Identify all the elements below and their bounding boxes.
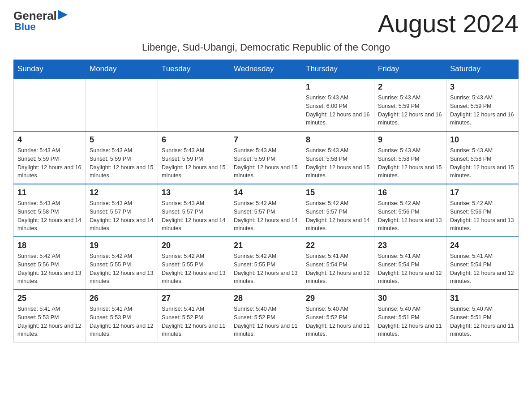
day-number: 1: [306, 82, 370, 92]
day-info: Sunrise: 5:42 AM Sunset: 5:56 PM Dayligh…: [378, 199, 442, 233]
day-number: 24: [450, 241, 515, 250]
day-info: Sunrise: 5:40 AM Sunset: 5:51 PM Dayligh…: [378, 305, 442, 338]
calendar-week-5: 25Sunrise: 5:41 AM Sunset: 5:53 PM Dayli…: [14, 290, 519, 342]
month-title: August 2024: [378, 9, 519, 38]
calendar-cell: 18Sunrise: 5:42 AM Sunset: 5:56 PM Dayli…: [14, 237, 86, 290]
day-info: Sunrise: 5:40 AM Sunset: 5:52 PM Dayligh…: [306, 305, 370, 338]
calendar-cell: [158, 78, 230, 131]
calendar-cell: 13Sunrise: 5:43 AM Sunset: 5:57 PM Dayli…: [158, 184, 230, 237]
calendar-cell: 26Sunrise: 5:41 AM Sunset: 5:53 PM Dayli…: [86, 290, 158, 342]
logo-blue: Blue: [14, 21, 68, 33]
day-info: Sunrise: 5:43 AM Sunset: 5:59 PM Dayligh…: [17, 146, 82, 180]
location-title: Libenge, Sud-Ubangi, Democratic Republic…: [13, 42, 519, 53]
calendar-cell: 10Sunrise: 5:43 AM Sunset: 5:58 PM Dayli…: [446, 131, 519, 184]
calendar-cell: [230, 78, 302, 131]
day-number: 18: [17, 241, 82, 250]
weekday-header-sunday: Sunday: [14, 60, 86, 79]
day-info: Sunrise: 5:41 AM Sunset: 5:53 PM Dayligh…: [17, 305, 82, 338]
page-header: General Blue August 2024: [13, 9, 519, 38]
calendar-cell: 5Sunrise: 5:43 AM Sunset: 5:59 PM Daylig…: [86, 131, 158, 184]
calendar-week-1: 1Sunrise: 5:43 AM Sunset: 6:00 PM Daylig…: [14, 78, 519, 131]
weekday-header-saturday: Saturday: [446, 60, 519, 79]
calendar-cell: 2Sunrise: 5:43 AM Sunset: 5:59 PM Daylig…: [374, 78, 446, 131]
day-number: 7: [234, 135, 298, 145]
weekday-header-thursday: Thursday: [302, 60, 374, 79]
day-info: Sunrise: 5:43 AM Sunset: 5:59 PM Dayligh…: [90, 146, 154, 180]
calendar-body: 1Sunrise: 5:43 AM Sunset: 6:00 PM Daylig…: [14, 78, 519, 342]
day-info: Sunrise: 5:41 AM Sunset: 5:54 PM Dayligh…: [378, 252, 442, 286]
day-info: Sunrise: 5:42 AM Sunset: 5:55 PM Dayligh…: [234, 252, 298, 286]
calendar-header-row: SundayMondayTuesdayWednesdayThursdayFrid…: [14, 60, 519, 79]
day-info: Sunrise: 5:43 AM Sunset: 5:58 PM Dayligh…: [306, 146, 370, 180]
calendar-cell: 23Sunrise: 5:41 AM Sunset: 5:54 PM Dayli…: [374, 237, 446, 290]
day-info: Sunrise: 5:43 AM Sunset: 5:59 PM Dayligh…: [378, 94, 442, 127]
weekday-header-wednesday: Wednesday: [230, 60, 302, 79]
calendar-cell: 12Sunrise: 5:43 AM Sunset: 5:57 PM Dayli…: [86, 184, 158, 237]
calendar-cell: 24Sunrise: 5:41 AM Sunset: 5:54 PM Dayli…: [446, 237, 519, 290]
weekday-header-tuesday: Tuesday: [158, 60, 230, 79]
calendar-cell: 27Sunrise: 5:41 AM Sunset: 5:52 PM Dayli…: [158, 290, 230, 342]
calendar-cell: 15Sunrise: 5:42 AM Sunset: 5:57 PM Dayli…: [302, 184, 374, 237]
calendar-cell: 28Sunrise: 5:40 AM Sunset: 5:52 PM Dayli…: [230, 290, 302, 342]
calendar-week-3: 11Sunrise: 5:43 AM Sunset: 5:58 PM Dayli…: [14, 184, 519, 237]
day-info: Sunrise: 5:43 AM Sunset: 5:59 PM Dayligh…: [234, 146, 298, 180]
calendar-cell: 31Sunrise: 5:40 AM Sunset: 5:51 PM Dayli…: [446, 290, 519, 342]
calendar-cell: 29Sunrise: 5:40 AM Sunset: 5:52 PM Dayli…: [302, 290, 374, 342]
day-info: Sunrise: 5:42 AM Sunset: 5:55 PM Dayligh…: [162, 252, 226, 286]
calendar-cell: 14Sunrise: 5:42 AM Sunset: 5:57 PM Dayli…: [230, 184, 302, 237]
day-number: 21: [234, 241, 298, 250]
calendar-cell: [14, 78, 86, 131]
day-number: 2: [378, 82, 442, 92]
weekday-header-monday: Monday: [86, 60, 158, 79]
svg-marker-0: [58, 10, 68, 20]
day-number: 28: [234, 294, 298, 303]
day-number: 6: [162, 135, 226, 145]
logo: General Blue: [13, 9, 68, 33]
calendar-cell: 6Sunrise: 5:43 AM Sunset: 5:59 PM Daylig…: [158, 131, 230, 184]
calendar-cell: 20Sunrise: 5:42 AM Sunset: 5:55 PM Dayli…: [158, 237, 230, 290]
calendar-cell: 8Sunrise: 5:43 AM Sunset: 5:58 PM Daylig…: [302, 131, 374, 184]
calendar-cell: 11Sunrise: 5:43 AM Sunset: 5:58 PM Dayli…: [14, 184, 86, 237]
calendar-table: SundayMondayTuesdayWednesdayThursdayFrid…: [13, 60, 519, 342]
day-info: Sunrise: 5:43 AM Sunset: 5:59 PM Dayligh…: [162, 146, 226, 180]
day-number: 31: [450, 294, 515, 303]
day-number: 27: [162, 294, 226, 303]
day-number: 19: [90, 241, 154, 250]
day-number: 13: [162, 188, 226, 197]
day-number: 16: [378, 188, 442, 197]
calendar-cell: 7Sunrise: 5:43 AM Sunset: 5:59 PM Daylig…: [230, 131, 302, 184]
day-info: Sunrise: 5:41 AM Sunset: 5:54 PM Dayligh…: [306, 252, 370, 286]
day-info: Sunrise: 5:43 AM Sunset: 6:00 PM Dayligh…: [306, 94, 370, 127]
day-info: Sunrise: 5:43 AM Sunset: 5:59 PM Dayligh…: [450, 94, 515, 127]
day-info: Sunrise: 5:43 AM Sunset: 5:58 PM Dayligh…: [450, 146, 515, 180]
day-info: Sunrise: 5:43 AM Sunset: 5:58 PM Dayligh…: [17, 199, 82, 233]
calendar-cell: 25Sunrise: 5:41 AM Sunset: 5:53 PM Dayli…: [14, 290, 86, 342]
calendar-cell: 16Sunrise: 5:42 AM Sunset: 5:56 PM Dayli…: [374, 184, 446, 237]
day-info: Sunrise: 5:42 AM Sunset: 5:57 PM Dayligh…: [234, 199, 298, 233]
calendar-cell: [86, 78, 158, 131]
calendar-cell: 3Sunrise: 5:43 AM Sunset: 5:59 PM Daylig…: [446, 78, 519, 131]
calendar-cell: 22Sunrise: 5:41 AM Sunset: 5:54 PM Dayli…: [302, 237, 374, 290]
day-info: Sunrise: 5:43 AM Sunset: 5:57 PM Dayligh…: [162, 199, 226, 233]
day-info: Sunrise: 5:41 AM Sunset: 5:54 PM Dayligh…: [450, 252, 515, 286]
logo-arrow-icon: [58, 10, 68, 20]
calendar-cell: 17Sunrise: 5:42 AM Sunset: 5:56 PM Dayli…: [446, 184, 519, 237]
day-number: 11: [17, 188, 82, 197]
day-info: Sunrise: 5:43 AM Sunset: 5:57 PM Dayligh…: [90, 199, 154, 233]
day-info: Sunrise: 5:43 AM Sunset: 5:58 PM Dayligh…: [378, 146, 442, 180]
day-number: 14: [234, 188, 298, 197]
calendar-cell: 1Sunrise: 5:43 AM Sunset: 6:00 PM Daylig…: [302, 78, 374, 131]
calendar-cell: 9Sunrise: 5:43 AM Sunset: 5:58 PM Daylig…: [374, 131, 446, 184]
day-number: 12: [90, 188, 154, 197]
day-number: 5: [90, 135, 154, 145]
day-number: 23: [378, 241, 442, 250]
day-number: 15: [306, 188, 370, 197]
day-number: 26: [90, 294, 154, 303]
day-number: 25: [17, 294, 82, 303]
day-number: 20: [162, 241, 226, 250]
day-info: Sunrise: 5:42 AM Sunset: 5:55 PM Dayligh…: [90, 252, 154, 286]
day-number: 30: [378, 294, 442, 303]
calendar-week-4: 18Sunrise: 5:42 AM Sunset: 5:56 PM Dayli…: [14, 237, 519, 290]
calendar-cell: 4Sunrise: 5:43 AM Sunset: 5:59 PM Daylig…: [14, 131, 86, 184]
weekday-header-friday: Friday: [374, 60, 446, 79]
